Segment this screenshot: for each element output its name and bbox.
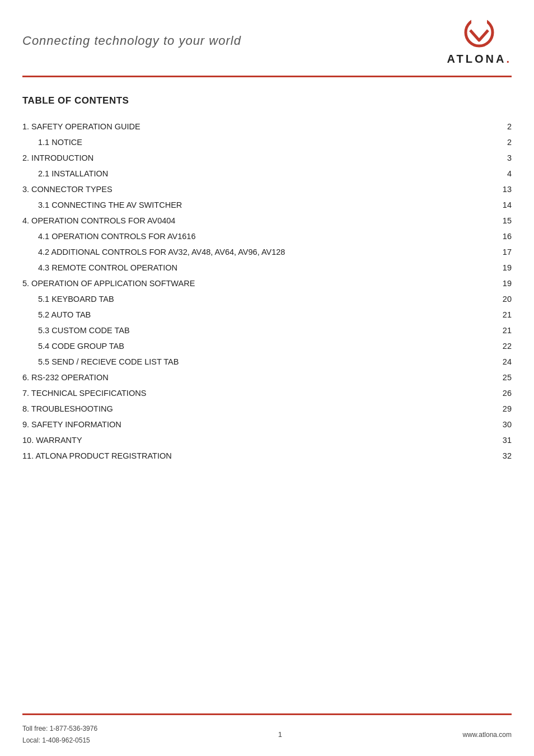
- toc-row: 4.3 REMOTE CONTROL OPERATION19: [22, 260, 512, 276]
- toc-item-label: 3. CONNECTOR TYPES: [22, 181, 484, 197]
- toc-item-page: 17: [484, 244, 512, 260]
- svg-rect-1: [471, 18, 487, 24]
- toc-item-page: 30: [484, 417, 512, 432]
- footer-page-number: 1: [278, 730, 282, 739]
- header-tagline: Connecting technology to your world: [22, 18, 241, 48]
- toc-item-label: 11. ATLONA PRODUCT REGISTRATION: [22, 448, 484, 464]
- toc-item-label: 1. SAFETY OPERATION GUIDE: [22, 119, 484, 134]
- toc-item-label: 3.1 CONNECTING THE AV SWITCHER: [22, 197, 484, 213]
- toc-item-page: 13: [484, 181, 512, 197]
- toc-item-page: 15: [484, 213, 512, 228]
- toc-item-label: 1.1 NOTICE: [22, 134, 484, 150]
- page: Connecting technology to your world ATLO…: [0, 0, 534, 756]
- logo-dot: .: [506, 53, 512, 65]
- toc-item-label: 5.4 CODE GROUP TAB: [22, 338, 484, 354]
- toc-item-page: 29: [484, 401, 512, 417]
- toc-row: 10. WARRANTY31: [22, 432, 512, 448]
- toc-item-label: 5.1 KEYBOARD TAB: [22, 291, 484, 307]
- toc-row: 4.2 ADDITIONAL CONTROLS FOR AV32, AV48, …: [22, 244, 512, 260]
- toc-item-label: 4.3 REMOTE CONTROL OPERATION: [22, 260, 484, 276]
- toc-title: TABLE OF CONTENTS: [22, 95, 512, 106]
- toc-item-label: 4.2 ADDITIONAL CONTROLS FOR AV32, AV48, …: [22, 244, 484, 260]
- toc-item-page: 22: [484, 338, 512, 354]
- toc-item-label: 4. OPERATION CONTROLS FOR AV0404: [22, 213, 484, 228]
- toc-item-page: 20: [484, 291, 512, 307]
- toc-row: 5.4 CODE GROUP TAB22: [22, 338, 512, 354]
- toc-item-label: 7. TECHNICAL SPECIFICATIONS: [22, 385, 484, 401]
- toc-row: 6. RS-232 OPERATION25: [22, 370, 512, 385]
- toc-row: 5.1 KEYBOARD TAB20: [22, 291, 512, 307]
- toc-table: 1. SAFETY OPERATION GUIDE21.1 NOTICE22. …: [22, 119, 512, 464]
- toc-item-label: 2. INTRODUCTION: [22, 150, 484, 166]
- toc-item-page: 14: [484, 197, 512, 213]
- footer-content: Toll free: 1-877-536-3976 Local: 1-408-9…: [0, 715, 534, 756]
- logo-name: ATLONA: [447, 53, 507, 65]
- toc-item-label: 8. TROUBLESHOOTING: [22, 401, 484, 417]
- toc-item-page: 4: [484, 166, 512, 181]
- toc-item-label: 9. SAFETY INFORMATION: [22, 417, 484, 432]
- toc-item-label: 5.5 SEND / RECIEVE CODE LIST TAB: [22, 354, 484, 370]
- footer-contact: Toll free: 1-877-536-3976 Local: 1-408-9…: [22, 723, 97, 746]
- toc-row: 2.1 INSTALLATION4: [22, 166, 512, 181]
- toc-item-page: 24: [484, 354, 512, 370]
- toc-row: 2. INTRODUCTION3: [22, 150, 512, 166]
- toc-item-label: 2.1 INSTALLATION: [22, 166, 484, 181]
- footer-toll-free: Toll free: 1-877-536-3976: [22, 723, 97, 734]
- atlona-logo-icon: [460, 18, 498, 52]
- toc-row: 8. TROUBLESHOOTING29: [22, 401, 512, 417]
- toc-row: 9. SAFETY INFORMATION30: [22, 417, 512, 432]
- toc-item-page: 3: [484, 150, 512, 166]
- toc-item-page: 26: [484, 385, 512, 401]
- toc-row: 3.1 CONNECTING THE AV SWITCHER14: [22, 197, 512, 213]
- footer-local: Local: 1-408-962-0515: [22, 735, 97, 746]
- toc-row: 5. OPERATION OF APPLICATION SOFTWARE19: [22, 276, 512, 291]
- toc-item-page: 2: [484, 134, 512, 150]
- toc-row: 11. ATLONA PRODUCT REGISTRATION32: [22, 448, 512, 464]
- toc-item-label: 6. RS-232 OPERATION: [22, 370, 484, 385]
- main-content: TABLE OF CONTENTS 1. SAFETY OPERATION GU…: [0, 77, 534, 756]
- toc-item-page: 19: [484, 276, 512, 291]
- toc-row: 1. SAFETY OPERATION GUIDE2: [22, 119, 512, 134]
- toc-row: 7. TECHNICAL SPECIFICATIONS26: [22, 385, 512, 401]
- footer-website: www.atlona.com: [463, 731, 512, 739]
- toc-row: 5.3 CUSTOM CODE TAB21: [22, 323, 512, 338]
- toc-item-page: 25: [484, 370, 512, 385]
- footer: Toll free: 1-877-536-3976 Local: 1-408-9…: [0, 713, 534, 756]
- toc-item-page: 32: [484, 448, 512, 464]
- toc-item-label: 4.1 OPERATION CONTROLS FOR AV1616: [22, 228, 484, 244]
- toc-row: 5.5 SEND / RECIEVE CODE LIST TAB24: [22, 354, 512, 370]
- toc-item-page: 16: [484, 228, 512, 244]
- toc-row: 1.1 NOTICE2: [22, 134, 512, 150]
- toc-row: 4.1 OPERATION CONTROLS FOR AV161616: [22, 228, 512, 244]
- toc-item-page: 21: [484, 323, 512, 338]
- toc-item-label: 5. OPERATION OF APPLICATION SOFTWARE: [22, 276, 484, 291]
- toc-item-page: 31: [484, 432, 512, 448]
- logo-text: ATLONA.: [447, 53, 512, 66]
- toc-item-page: 19: [484, 260, 512, 276]
- toc-row: 5.2 AUTO TAB21: [22, 307, 512, 323]
- toc-item-page: 2: [484, 119, 512, 134]
- logo-area: ATLONA.: [447, 18, 512, 66]
- header: Connecting technology to your world ATLO…: [0, 0, 534, 66]
- toc-row: 4. OPERATION CONTROLS FOR AV040415: [22, 213, 512, 228]
- toc-item-page: 21: [484, 307, 512, 323]
- toc-item-label: 10. WARRANTY: [22, 432, 484, 448]
- toc-row: 3. CONNECTOR TYPES13: [22, 181, 512, 197]
- toc-item-label: 5.3 CUSTOM CODE TAB: [22, 323, 484, 338]
- toc-item-label: 5.2 AUTO TAB: [22, 307, 484, 323]
